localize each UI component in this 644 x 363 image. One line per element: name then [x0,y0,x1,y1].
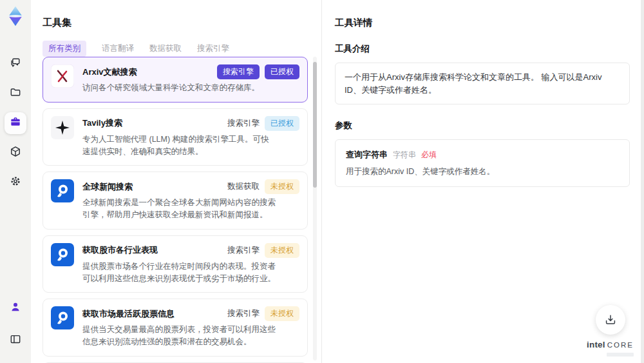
panel-toggle-icon [9,333,22,348]
tool-card[interactable]: Arxiv文献搜索 搜索引擎 已授权 访问各个研究领域大量科学论文和文章的存储库… [43,57,308,103]
params-heading: 参数 [335,120,630,132]
tool-name: Arxiv文献搜索 [82,66,137,78]
tool-category-tag: 搜索引擎 [227,118,260,129]
tool-description: 访问各个研究领域大量科学论文和文章的存储库。 [82,82,277,94]
tool-category-tag: 搜索引擎 [217,64,260,79]
sidebar-nav [5,49,26,197]
param-item: 查询字符串 字符串 必填 用于搜索的Arxiv ID、关键字或作者姓名。 [335,139,630,187]
download-button download-tray-icon[interactable] [596,305,625,335]
tool-description: 提供当天交易量最高的股票列表，投资者可以利用这些信息来识别流动性强的股票和潜在的… [82,324,277,348]
cube-icon [9,145,22,161]
tool-detail-panel: 工具详情 工具介绍 一个用于从Arxiv存储库搜索科学论文和文章的工具。 输入可… [322,0,644,363]
user-icon [9,300,22,316]
tool-category-tag: 数据获取 [227,181,260,192]
window-scrollbar[interactable] [641,0,644,363]
tool-list-panel: 工具集 所有类别语言翻译数据获取搜索引擎 Arxiv文献搜索 搜索引擎 已授权 … [31,0,322,363]
intel-core-logo: intelcore [587,338,634,357]
param-description: 用于搜索的Arxiv ID、关键字或作者姓名。 [346,166,619,177]
tool-auth-badge: 已授权 [265,64,299,79]
tool-name: 获取股市各行业表现 [82,244,158,256]
tool-card[interactable]: 获取股市各行业表现 搜索引擎 未授权 提供股票市场各个行业在特定时间段内的表现。… [43,235,308,293]
tool-description: 专为人工智能代理 (LLM) 构建的搜索引擎工具。可快速提供实时、准确和真实的结… [82,133,277,158]
tool-card[interactable]: Tavily搜索 搜索引擎 已授权 专为人工智能代理 (LLM) 构建的搜索引擎… [43,108,308,166]
tool-auth-badge: 已授权 [265,116,299,131]
tool-category-tag: 搜索引擎 [227,308,260,319]
blue-search-icon [51,306,74,329]
corner-widgets: intelcore [587,305,634,357]
tool-category-tag: 搜索引擎 [227,245,260,256]
param-type: 字符串 [393,150,416,161]
sidebar-item chat-icon[interactable] [5,53,26,75]
sidebar-item panel-toggle-icon[interactable] [5,329,26,351]
tool-name: 全球新闻搜索 [82,181,133,193]
detail-title: 工具详情 [335,17,630,29]
category-tab[interactable]: 数据获取 [149,41,182,57]
blue-search-icon [51,243,74,266]
brand-product: core [607,341,634,349]
sidebar-item user-icon[interactable] [5,297,26,319]
gear-icon [9,175,22,190]
tool-card-list: Arxiv文献搜索 搜索引擎 已授权 访问各个研究领域大量科学论文和文章的存储库… [43,57,308,363]
list-scrollbar[interactable] [313,57,317,360]
intro-heading: 工具介绍 [335,43,630,55]
page-title: 工具集 [43,17,321,29]
tool-intro-box: 一个用于从Arxiv存储库搜索科学论文和文章的工具。 输入可以是Arxiv ID… [335,63,630,104]
brand-name: intel [587,340,605,349]
list-scrollbar-thumb[interactable] [313,62,317,188]
tool-auth-badge: 未授权 [265,179,299,194]
sidebar-item folder-icon[interactable] [5,83,26,104]
brand-sub-badge [607,353,634,357]
tool-name: Tavily搜索 [82,117,122,129]
param-required-flag: 必填 [421,150,437,161]
tool-intro-text: 一个用于从Arxiv存储库搜索科学论文和文章的工具。 输入可以是Arxiv ID… [345,72,601,95]
chat-icon [9,56,22,72]
sidebar-bottom [5,293,26,355]
param-list: 查询字符串 字符串 必填 用于搜索的Arxiv ID、关键字或作者姓名。 [335,139,630,187]
category-tab[interactable]: 语言翻译 [102,41,134,57]
toolbox-icon [9,115,22,131]
param-name: 查询字符串 [346,149,388,161]
tavily-star-icon [51,116,74,139]
app-root: 工具集 所有类别语言翻译数据获取搜索引擎 Arxiv文献搜索 搜索引擎 已授权 … [0,0,644,363]
arxiv-icon [51,64,74,88]
app-logo gradient-diamond-logo [3,4,28,28]
tool-auth-badge: 未授权 [265,243,299,258]
tool-description: 提供股票市场各个行业在特定时间段内的表现。投资者可以利用这些信息来识别表现优于或… [82,260,277,285]
blue-search-icon [51,179,74,202]
category-tabs: 所有类别语言翻译数据获取搜索引擎 [43,41,321,57]
sidebar [0,0,31,363]
tool-description: 全球新闻搜索是一个聚合全球各大新闻网站内容的搜索引擎，帮助用户快速获取全球最新资… [82,197,277,221]
tool-name: 获取市场最活跃股票信息 [82,308,175,320]
sidebar-item cube-icon[interactable] [5,142,26,164]
category-tab[interactable]: 所有类别 [43,41,86,57]
tool-card[interactable]: 全球新闻搜索 数据获取 未授权 全球新闻搜索是一个聚合全球各大新闻网站内容的搜索… [43,172,308,230]
sidebar-item toolbox-icon[interactable] [5,112,26,134]
folder-icon [9,86,22,101]
category-tab[interactable]: 搜索引擎 [197,41,229,57]
sidebar-item gear-icon[interactable] [5,172,26,193]
tool-auth-badge: 未授权 [265,306,299,321]
tool-card[interactable]: 获取市场最活跃股票信息 搜索引擎 未授权 提供当天交易量最高的股票列表，投资者可… [43,299,308,357]
